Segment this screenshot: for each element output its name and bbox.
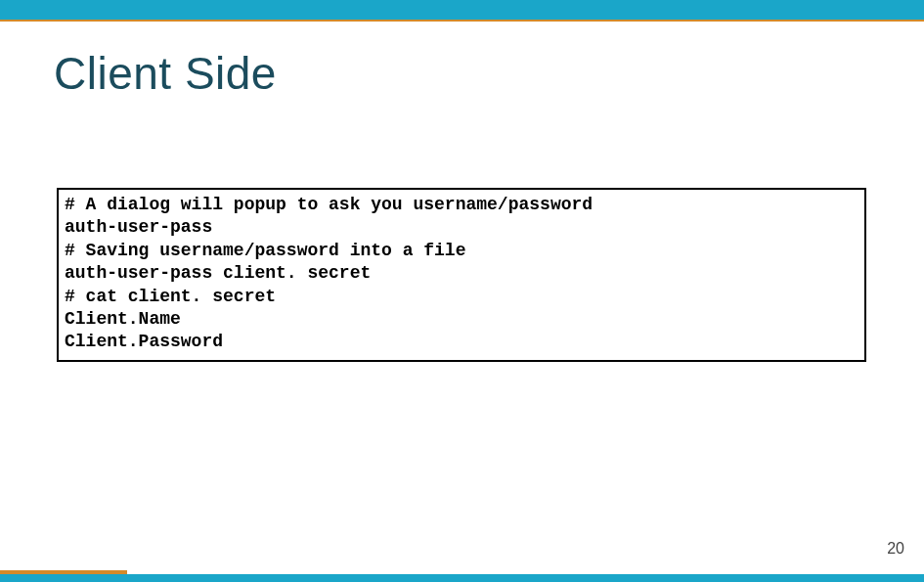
bottom-accent-bar <box>0 574 924 582</box>
slide-title: Client Side <box>54 47 277 100</box>
page-number: 20 <box>887 540 904 558</box>
top-accent-bar <box>0 0 924 22</box>
code-block: # A dialog will popup to ask you usernam… <box>57 188 866 362</box>
